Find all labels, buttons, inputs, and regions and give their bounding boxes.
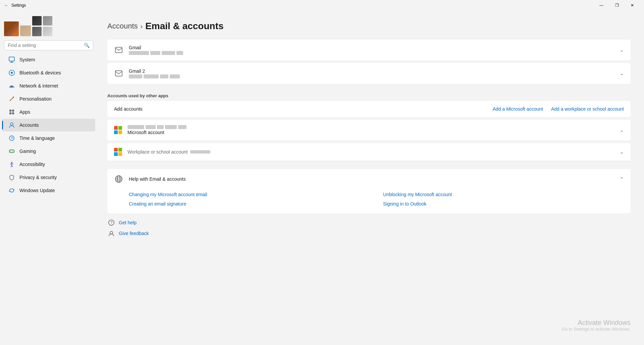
system-icon xyxy=(9,57,15,63)
other-apps-header: Accounts used by other apps xyxy=(107,87,631,101)
sidebar-item-personalisation[interactable]: Personalisation xyxy=(2,93,95,105)
minimize-button[interactable]: — xyxy=(594,0,609,11)
get-help-text[interactable]: Get help xyxy=(119,220,137,225)
help-links-grid: Changing my Microsoft account email Unbl… xyxy=(107,189,631,213)
add-accounts-label: Add accounts xyxy=(114,106,493,112)
breadcrumb-arrow: › xyxy=(141,22,143,30)
help-link-0[interactable]: Changing my Microsoft account email xyxy=(129,192,370,197)
gmail1-row[interactable]: Gmail ⌄ xyxy=(107,40,631,60)
titlebar: ← Settings — ❐ ✕ xyxy=(0,0,644,11)
svg-rect-10 xyxy=(9,112,11,114)
svg-point-4 xyxy=(11,72,13,74)
svg-point-5 xyxy=(11,87,12,88)
help-link-2[interactable]: Creating an email signature xyxy=(129,201,370,207)
back-icon[interactable]: ← xyxy=(4,3,9,8)
blur-5 xyxy=(129,74,142,78)
sidebar-label-system: System xyxy=(19,57,35,62)
sidebar-item-apps[interactable]: Apps xyxy=(2,106,95,118)
gmail1-chevron: ⌄ xyxy=(620,47,624,53)
add-microsoft-link[interactable]: Add a Microsoft account xyxy=(493,106,543,112)
avatar-tan xyxy=(20,25,31,36)
ms-blur-4 xyxy=(165,125,177,129)
sidebar-label-personalisation: Personalisation xyxy=(19,96,52,102)
sidebar-item-bluetooth[interactable]: Bluetooth & devices xyxy=(2,66,95,79)
blur-6 xyxy=(144,74,159,78)
sidebar-item-privacy[interactable]: Privacy & security xyxy=(2,171,95,184)
sidebar-label-accounts: Accounts xyxy=(19,122,39,128)
help-link-3[interactable]: Signing in to Outlook xyxy=(383,201,624,207)
svg-point-19 xyxy=(12,151,13,152)
close-button[interactable]: ✕ xyxy=(625,0,640,11)
sidebar-label-update: Windows Update xyxy=(19,188,55,193)
spacer xyxy=(107,164,631,169)
ms-q3 xyxy=(114,130,118,134)
app-body: 🔍 System xyxy=(0,11,644,345)
sidebar-item-accounts[interactable]: Accounts xyxy=(2,119,95,131)
ms-q2 xyxy=(118,126,122,130)
personalisation-icon xyxy=(9,96,15,102)
svg-rect-26 xyxy=(115,71,122,76)
sidebar-item-system[interactable]: System xyxy=(2,53,95,66)
search-box[interactable]: 🔍 xyxy=(4,40,93,50)
blur-4 xyxy=(176,51,183,55)
update-icon xyxy=(9,187,15,193)
search-input[interactable] xyxy=(8,43,81,48)
sidebar-label-bluetooth: Bluetooth & devices xyxy=(19,70,61,75)
help-section: Help with Email & accounts ⌃ Changing my… xyxy=(107,169,631,213)
bluetooth-icon xyxy=(9,70,15,76)
sidebar-item-time[interactable]: Time & language xyxy=(2,132,95,145)
sidebar-item-accessibility[interactable]: Accessibility xyxy=(2,158,95,171)
gmail1-card: Gmail ⌄ xyxy=(107,40,631,60)
wp-q4 xyxy=(118,152,122,156)
ms-account-name: Microsoft account xyxy=(127,130,614,135)
help-link-1[interactable]: Unblocking my Microsoft account xyxy=(383,192,624,197)
apps-icon xyxy=(9,109,15,115)
svg-rect-25 xyxy=(115,47,122,53)
time-icon xyxy=(9,135,15,141)
ms-chevron: ⌄ xyxy=(620,127,624,133)
svg-point-34 xyxy=(110,231,113,234)
titlebar-controls: — ❐ ✕ xyxy=(594,0,640,11)
breadcrumb-parent[interactable]: Accounts xyxy=(107,22,138,31)
give-feedback-icon xyxy=(107,229,115,237)
accounts-icon xyxy=(9,122,15,128)
gmail1-name: Gmail xyxy=(129,45,614,50)
maximize-button[interactable]: ❐ xyxy=(609,0,625,11)
svg-line-24 xyxy=(12,166,13,167)
gmail1-email-blur xyxy=(129,51,614,55)
gmail2-row[interactable]: Gmail 2 ⌄ xyxy=(107,63,631,84)
svg-text:?: ? xyxy=(111,221,113,225)
workplace-blur xyxy=(190,150,210,154)
get-help-row[interactable]: ? Get help xyxy=(107,219,631,227)
help-title: Help with Email & accounts xyxy=(129,176,614,182)
gmail1-info: Gmail xyxy=(129,45,614,55)
wp-q1 xyxy=(114,148,118,152)
accessibility-icon xyxy=(9,161,15,167)
workplace-chevron: ⌄ xyxy=(620,149,624,155)
gmail2-name: Gmail 2 xyxy=(129,68,614,74)
workplace-info: Workplace or school account xyxy=(127,149,614,155)
give-feedback-row[interactable]: Give feedback xyxy=(107,229,631,237)
ms-q4 xyxy=(118,130,122,134)
sidebar-item-network[interactable]: Network & internet xyxy=(2,79,95,92)
mail-icon-2 xyxy=(114,69,123,78)
help-header-row[interactable]: Help with Email & accounts ⌃ xyxy=(107,169,631,189)
ms-logo-1 xyxy=(114,126,122,134)
titlebar-left: ← Settings xyxy=(4,3,26,8)
blur-2 xyxy=(150,51,160,55)
gmail2-card: Gmail 2 ⌄ xyxy=(107,63,631,84)
main-content: Accounts › Email & accounts Gmail xyxy=(97,11,644,345)
ms-blur-2 xyxy=(146,125,156,129)
svg-rect-16 xyxy=(9,150,14,153)
avatar-gray2 xyxy=(32,27,42,36)
workplace-account-row[interactable]: Workplace or school account ⌄ xyxy=(107,143,631,161)
microsoft-account-row[interactable]: Microsoft account ⌄ xyxy=(107,120,631,140)
sidebar-item-gaming[interactable]: Gaming xyxy=(2,145,95,158)
add-workplace-link[interactable]: Add a workplace or school account xyxy=(551,106,624,112)
sidebar-item-update[interactable]: Windows Update xyxy=(2,184,95,197)
sidebar-label-privacy: Privacy & security xyxy=(19,175,57,180)
give-feedback-text[interactable]: Give feedback xyxy=(119,231,149,236)
globe-icon xyxy=(114,174,123,184)
svg-rect-9 xyxy=(12,110,14,112)
add-account-links: Add a Microsoft account Add a workplace … xyxy=(493,106,624,112)
